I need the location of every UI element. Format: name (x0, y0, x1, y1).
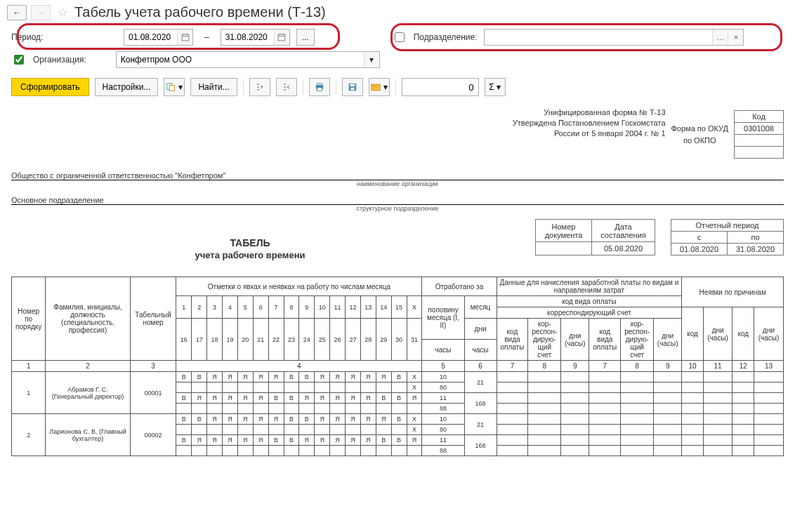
period-picker-button[interactable]: ... (296, 29, 315, 46)
mark-cell: Я (253, 435, 268, 446)
print-button[interactable] (309, 78, 330, 96)
mark-cell (176, 404, 192, 414)
mark-cell (192, 383, 207, 393)
number-input[interactable] (402, 78, 479, 96)
date-from-input[interactable] (124, 29, 177, 45)
th-corr: корреспондирующий счет (497, 307, 682, 319)
favorite-icon[interactable]: ☆ (55, 6, 70, 19)
sub-title: учета рабочего времени (0, 250, 636, 260)
mark-cell (299, 425, 315, 435)
date-from-calendar-icon[interactable] (177, 29, 192, 45)
day15: 15 (391, 296, 407, 319)
mark-cell (346, 446, 361, 456)
okud-value: 0301008 (735, 123, 784, 135)
table-row: 1 Абрамов Г. С. (Генеральный директор) 0… (12, 372, 784, 383)
mark-cell (253, 404, 268, 414)
th-num: Номер по порядку (12, 277, 46, 361)
settings-menu-icon[interactable]: ▾ (164, 78, 185, 96)
collapse-button[interactable] (276, 78, 297, 96)
cn7b: 7 (589, 361, 621, 372)
mark-cell (268, 404, 284, 414)
back-button[interactable]: ← (7, 5, 27, 20)
mark-cell: В (284, 414, 299, 425)
forward-button[interactable]: → (31, 5, 51, 20)
mark-cell: В (176, 393, 192, 404)
mark-cell: Я (207, 435, 223, 446)
settings-button[interactable]: Настройки... (95, 78, 159, 96)
department-group: … × (484, 29, 744, 46)
mark-cell (207, 425, 223, 435)
month-days: 21 (464, 414, 497, 435)
mark-cell: Я (376, 414, 391, 425)
day10: 10 (315, 296, 330, 319)
okpo-label: по ОКПО (666, 135, 735, 147)
th-code1: код вида оплаты (497, 319, 528, 361)
find-button[interactable]: Найти... (190, 78, 237, 96)
department-input[interactable] (485, 29, 712, 45)
mark-cell: Я (207, 414, 223, 425)
timesheet-table: Номер по порядку Фамилия, инициалы, долж… (11, 277, 784, 456)
mark-cell: Я (237, 372, 253, 383)
mark-cell (207, 446, 223, 456)
svg-rect-10 (317, 84, 322, 86)
mark-cell: В (192, 414, 207, 425)
mark-cell (330, 425, 346, 435)
mark-cell (376, 425, 391, 435)
mark-cell (237, 383, 253, 393)
page-title: Табель учета рабочего времени (Т-13) (74, 4, 326, 20)
separator (303, 79, 303, 95)
mark-cell: Я (268, 414, 284, 425)
mark-cell: Я (315, 393, 330, 404)
mark-cell: Я (237, 435, 253, 446)
mark-cell: Я (315, 372, 330, 383)
svg-rect-15 (350, 88, 354, 91)
table-row: 2 Ларионова С. В. (Главный бухгалтер) 00… (12, 414, 784, 425)
mark-cell: Я (223, 414, 238, 425)
expand-button[interactable] (249, 78, 270, 96)
email-button[interactable]: ▾ (369, 78, 390, 96)
th-corr2: кор-респон-дирую-щий счет (621, 319, 654, 361)
mark-cell (253, 425, 268, 435)
day30: 30 (391, 319, 407, 361)
mark-cell: В (176, 435, 192, 446)
separator (243, 79, 244, 95)
save-button[interactable] (342, 78, 363, 96)
day5: 5 (237, 296, 253, 319)
org-checkbox[interactable] (14, 55, 24, 65)
org-dropdown-icon[interactable]: ▾ (364, 52, 379, 67)
th-half: половину месяца (I, II) (422, 296, 464, 340)
date-to-calendar-icon[interactable] (274, 29, 289, 45)
sigma-button[interactable]: Σ ▾ (485, 78, 506, 96)
mark-cell (346, 404, 361, 414)
cn1: 1 (12, 361, 46, 372)
day6: 6 (253, 296, 268, 319)
mark-cell: В (284, 393, 299, 404)
half1-days: 10 (422, 414, 464, 425)
generate-button[interactable]: Сформировать (11, 78, 89, 96)
org-input[interactable] (117, 53, 364, 67)
day11: 11 (330, 296, 346, 319)
mark-cell (176, 383, 192, 393)
th-hours-half: часы (422, 340, 464, 361)
mark-cell: Я (192, 435, 207, 446)
mark-cell (330, 446, 346, 456)
cn8: 8 (528, 361, 561, 372)
half1-hours: 80 (422, 383, 464, 393)
row-fio: Абрамов Г. С. (Генеральный директор) (46, 372, 130, 414)
date-to-input[interactable] (221, 29, 274, 45)
kod-header: Код (735, 111, 784, 123)
mark-cell: Я (346, 435, 361, 446)
org-group: ▾ (116, 51, 380, 68)
mark-cell (284, 383, 299, 393)
th-fio: Фамилия, инициалы, должность (специально… (46, 277, 130, 361)
mark-cell (253, 446, 268, 456)
mark-cell: Я (207, 393, 223, 404)
day7: 7 (268, 296, 284, 319)
department-clear-icon[interactable]: × (728, 29, 743, 45)
department-checkbox[interactable] (395, 32, 405, 42)
row-num: 1 (12, 372, 46, 414)
mark-cell: Я (407, 435, 422, 446)
org-name-line: Общество с ограниченной ответственностью… (11, 159, 784, 180)
mark-cell: Я (253, 414, 268, 425)
department-picker-icon[interactable]: … (712, 29, 728, 45)
